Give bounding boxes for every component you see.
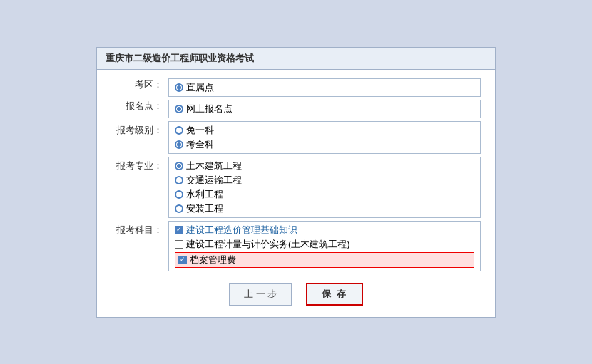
register-point-text: 网上报名点 [186,103,233,115]
register-subject-text-0: 建设工程造价管理基础知识 [186,224,297,236]
register-major-radio-2[interactable] [175,190,183,199]
register-subject-checkbox-1[interactable] [175,240,183,249]
register-subject-option-1: 建设工程计量与计价实务(土木建筑工程) [175,238,474,251]
register-subject-option-0: 建设工程造价管理基础知识 [175,224,474,236]
register-major-label: 报考专业： [111,157,168,172]
register-major-text-1: 交通运输工程 [186,174,242,187]
register-major-text-0: 土木建筑工程 [186,160,242,172]
register-level-option-0: 免一科 [175,124,474,137]
register-subject-label: 报考科目： [111,221,168,236]
exam-zone-radio-row: 直属点 [175,81,474,94]
register-subject-text-2: 档案管理费 [190,254,236,266]
register-major-value: 土木建筑工程 交通运输工程 水利工程 安装工程 [168,157,481,218]
register-point-radio[interactable] [175,105,183,113]
register-subject-value: 建设工程造价管理基础知识 建设工程计量与计价实务(土木建筑工程) 档案管理费 [168,221,481,271]
exam-zone-text: 直属点 [186,81,214,94]
register-major-radio-0[interactable] [175,162,183,170]
register-point-row: 报名点： 网上报名点 [111,100,481,118]
register-level-radio-1[interactable] [175,140,183,149]
register-level-option-1: 考全科 [175,138,474,151]
prev-button[interactable]: 上 一 步 [229,283,292,306]
register-subject-row: 报考科目： 建设工程造价管理基础知识 建设工程计量与计价实务(土木建筑工程) 档… [111,221,481,271]
register-major-option-2: 水利工程 [175,188,474,201]
register-major-option-3: 安装工程 [175,202,474,215]
register-major-row: 报考专业： 土木建筑工程 交通运输工程 水利工程 安装工程 [111,157,481,218]
register-subject-text-1: 建设工程计量与计价实务(土木建筑工程) [186,238,350,251]
register-major-text-3: 安装工程 [186,202,223,215]
register-subject-checkbox-2[interactable] [178,256,187,264]
register-major-radio-1[interactable] [175,176,183,184]
form-body: 考区： 直属点 报名点： 网上报名点 报考级别： [97,70,495,317]
register-level-row: 报考级别： 免一科 考全科 [111,121,481,154]
register-major-text-2: 水利工程 [186,188,223,201]
exam-zone-row: 考区： 直属点 [111,78,481,97]
register-subject-option-2-highlighted: 档案管理费 [175,252,474,268]
exam-zone-radio[interactable] [175,83,183,92]
register-major-option-1: 交通运输工程 [175,174,474,187]
main-dialog: 重庆市二级造价工程师职业资格考试 考区： 直属点 报名点： 网上报名点 [96,47,496,318]
register-major-option-0: 土木建筑工程 [175,160,474,172]
button-row: 上 一 步 保 存 [111,283,481,306]
exam-zone-label: 考区： [111,78,168,91]
save-button[interactable]: 保 存 [306,283,363,306]
exam-zone-value: 直属点 [168,78,481,97]
register-level-label: 报考级别： [111,121,168,137]
register-point-label: 报名点： [111,100,168,113]
dialog-title: 重庆市二级造价工程师职业资格考试 [97,48,495,70]
register-level-radio-0[interactable] [175,126,183,135]
register-point-radio-row: 网上报名点 [175,103,474,115]
register-subject-checkbox-0[interactable] [175,226,183,234]
register-level-text-1: 考全科 [186,138,214,151]
register-level-text-0: 免一科 [186,124,214,137]
register-point-value: 网上报名点 [168,100,481,118]
register-major-radio-3[interactable] [175,204,183,213]
register-level-value: 免一科 考全科 [168,121,481,154]
